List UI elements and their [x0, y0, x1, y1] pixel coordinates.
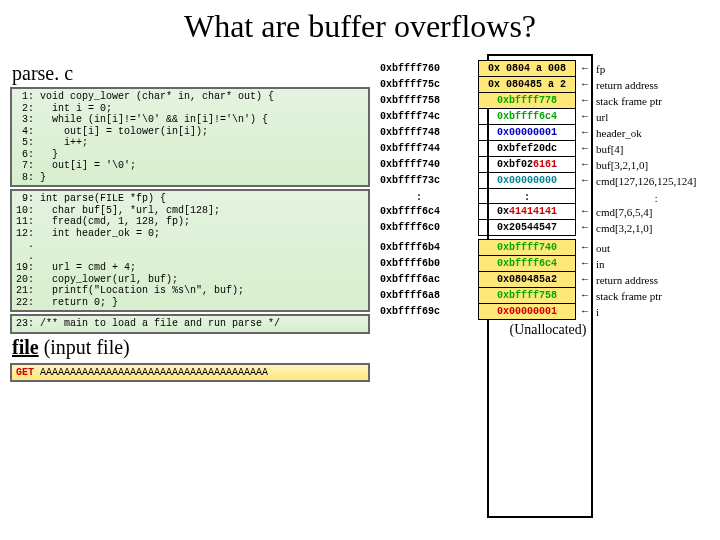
arrow-left-icon: ← — [582, 127, 588, 138]
mem-value: 0xbffff778 — [479, 93, 576, 109]
code-block-main: 23: /** main to load a file and run pars… — [10, 314, 370, 334]
mem-label: cmd[127,126,125,124] — [594, 173, 718, 189]
mem-label: url — [594, 109, 718, 125]
arrow-left-icon: ← — [582, 222, 588, 233]
mem-label: fp — [594, 61, 718, 77]
mem-value: 0xbfef20dc — [479, 141, 576, 157]
mem-value: 0xbffff740 — [479, 240, 576, 256]
memory-table: 0xbffff7600x 0804 a 008←fp0xbffff75c0x 0… — [378, 60, 718, 320]
arrow-left-icon: ← — [582, 79, 588, 90]
arrow-left-icon: ← — [582, 206, 588, 217]
mem-value: 0x00000001 — [479, 125, 576, 141]
code-text-1: 1: void copy_lower (char* in, char* out)… — [16, 91, 364, 183]
mem-value: 0xbf026161 — [479, 157, 576, 173]
mem-addr: 0xbffff6ac — [378, 272, 460, 288]
mem-addr: 0xbffff744 — [378, 141, 460, 157]
mem-value: 0x41414141 — [479, 204, 576, 220]
mem-value: 0xbffff6c4 — [479, 109, 576, 125]
mem-label: cmd[3,2,1,0] — [594, 220, 718, 236]
mem-label: cmd[7,6,5,4] — [594, 204, 718, 220]
mem-label: i — [594, 304, 718, 320]
mem-addr: 0xbffff6c0 — [378, 220, 460, 236]
mem-value: 0x00000000 — [479, 173, 576, 189]
mem-addr: 0xbffff73c — [378, 173, 460, 189]
arrow-left-icon: ← — [582, 111, 588, 122]
arrow-left-icon: ← — [582, 95, 588, 106]
mem-addr: 0xbffff6a8 — [378, 288, 460, 304]
input-file-label: file (input file) — [12, 336, 370, 359]
mem-addr: 0xbffff760 — [378, 61, 460, 77]
code-text-2: 9: int parse(FILE *fp) { 10: char buf[5]… — [16, 193, 364, 308]
code-text-3: 23: /** main to load a file and run pars… — [16, 318, 364, 330]
source-file-label: parse. c — [12, 62, 370, 85]
arrow-left-icon: ← — [582, 306, 588, 317]
mem-value: 0x 080485 a 2 — [479, 77, 576, 93]
input-file-content: GET AAAAAAAAAAAAAAAAAAAAAAAAAAAAAAAAAAAA… — [10, 363, 370, 383]
mem-addr: 0xbffff75c — [378, 77, 460, 93]
mem-label: in — [594, 256, 718, 272]
mem-value: 0xbffff758 — [479, 288, 576, 304]
arrow-left-icon: ← — [582, 63, 588, 74]
mem-addr: 0xbffff6c4 — [378, 204, 460, 220]
mem-value: 0x 0804 a 008 — [479, 61, 576, 77]
mem-value: 0x080485a2 — [479, 272, 576, 288]
arrow-left-icon: ← — [582, 290, 588, 301]
mem-value: 0x20544547 — [479, 220, 576, 236]
arrow-left-icon: ← — [582, 242, 588, 253]
unallocated-label: (Unallocated) — [378, 322, 718, 338]
mem-addr: 0xbffff740 — [378, 157, 460, 173]
mem-value: 0x00000001 — [479, 304, 576, 320]
mem-label: return address — [594, 77, 718, 93]
payload-text: AAAAAAAAAAAAAAAAAAAAAAAAAAAAAAAAAAAAAA — [34, 367, 268, 378]
mem-label: buf[4] — [594, 141, 718, 157]
arrow-left-icon: ← — [582, 175, 588, 186]
mem-addr: 0xbffff748 — [378, 125, 460, 141]
mem-addr: 0xbffff74c — [378, 109, 460, 125]
arrow-left-icon: ← — [582, 274, 588, 285]
arrow-left-icon: ← — [582, 258, 588, 269]
arrow-left-icon: ← — [582, 159, 588, 170]
mem-label: stack frame ptr — [594, 93, 718, 109]
mem-label: buf[3,2,1,0] — [594, 157, 718, 173]
mem-addr: 0xbffff69c — [378, 304, 460, 320]
mem-label: out — [594, 240, 718, 256]
mem-addr: 0xbffff6b4 — [378, 240, 460, 256]
arrow-left-icon: ← — [582, 143, 588, 154]
mem-label: header_ok — [594, 125, 718, 141]
slide-title: What are buffer overflows? — [0, 8, 720, 45]
code-block-parse: 9: int parse(FILE *fp) { 10: char buf[5]… — [10, 189, 370, 312]
mem-addr: 0xbffff6b0 — [378, 256, 460, 272]
mem-label: return address — [594, 272, 718, 288]
mem-addr: 0xbffff758 — [378, 93, 460, 109]
mem-value: 0xbffff6c4 — [479, 256, 576, 272]
mem-label: stack frame ptr — [594, 288, 718, 304]
http-method: GET — [16, 367, 34, 378]
code-block-copy-lower: 1: void copy_lower (char* in, char* out)… — [10, 87, 370, 187]
